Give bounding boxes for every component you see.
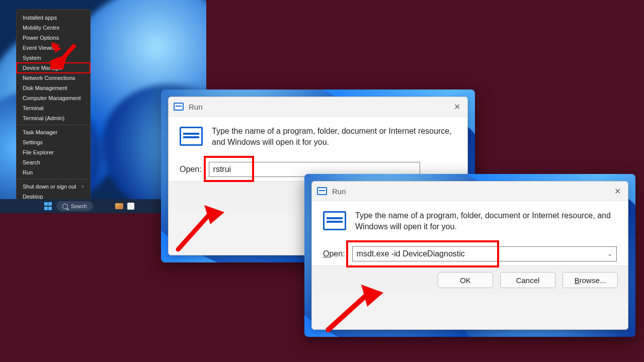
winx-item-network-connections[interactable]: Network Connections [17, 73, 90, 83]
winx-item-label: Mobility Centre [23, 25, 59, 31]
winx-item-mobility-centre[interactable]: Mobility Centre [17, 23, 90, 33]
winx-item-power-options[interactable]: Power Options [17, 33, 90, 43]
taskbar-search-label: Search [71, 204, 87, 209]
winx-item-label: Event Viewer [23, 45, 55, 51]
taskbar-search[interactable]: Search [56, 201, 93, 211]
winx-item-label: Shut down or sign out [23, 184, 76, 190]
winx-item-file-explorer[interactable]: File Explorer [17, 147, 90, 157]
winx-item-label: Disk Management [23, 85, 67, 91]
close-icon[interactable]: ✕ [610, 185, 625, 198]
winx-item-system[interactable]: System [17, 53, 90, 63]
winx-item-settings[interactable]: Settings [17, 137, 90, 147]
taskbar-app-icon-2[interactable] [127, 203, 134, 210]
winx-item-label: Device Manager [23, 65, 63, 71]
start-icon[interactable] [44, 202, 52, 210]
winx-item-label: Run [23, 169, 33, 175]
winx-item-label: Settings [23, 139, 43, 145]
winx-item-event-viewer[interactable]: Event Viewer [17, 43, 90, 53]
winx-context-menu[interactable]: Installed appsMobility CentrePower Optio… [16, 9, 91, 203]
open-label: Open: [180, 165, 202, 174]
run-description: Type the name of a program, folder, docu… [212, 126, 456, 148]
winx-item-computer-management[interactable]: Computer Management [17, 93, 90, 103]
annotation-red-box-msdt [348, 242, 497, 265]
winx-item-terminal[interactable]: Terminal [17, 103, 90, 113]
chevron-right-icon: > [82, 183, 84, 190]
winx-item-label: Power Options [23, 35, 59, 41]
ok-button[interactable]: OK [438, 272, 493, 288]
winx-item-installed-apps[interactable]: Installed apps [17, 13, 90, 23]
winx-item-device-manager[interactable]: Device Manager [17, 63, 90, 73]
winx-item-label: Terminal (Admin) [23, 115, 64, 121]
winx-item-label: Terminal [23, 105, 44, 111]
run-title: Run [332, 187, 346, 196]
winx-item-label: System [23, 55, 41, 61]
cancel-button-label: Cancel [516, 276, 540, 285]
run-dialog-icon [323, 211, 346, 230]
winx-item-terminal-admin-[interactable]: Terminal (Admin) [17, 113, 90, 125]
winx-item-run[interactable]: Run [17, 167, 90, 179]
winx-item-label: Task Manager [23, 129, 57, 135]
browse-button-label: Browse... [575, 276, 606, 285]
winx-item-task-manager[interactable]: Task Manager [17, 127, 90, 137]
winx-item-search[interactable]: Search [17, 157, 90, 167]
annotation-red-box-rstrui [206, 158, 252, 180]
run-dialog-2-wrapper: Run ✕ Type the name of a program, folder… [304, 174, 635, 337]
dropdown-chevron-icon[interactable]: ⌄ [607, 250, 612, 257]
taskbar-app-icon[interactable] [115, 203, 123, 209]
winx-item-label: Search [23, 159, 40, 165]
cancel-button[interactable]: Cancel [500, 272, 555, 288]
winx-item-disk-management[interactable]: Disk Management [17, 83, 90, 93]
run-dialog-2: Run ✕ Type the name of a program, folder… [311, 181, 628, 330]
run-icon [317, 187, 327, 195]
winx-item-label: Installed apps [23, 15, 57, 21]
winx-item-label: File Explorer [23, 149, 54, 155]
search-icon [62, 204, 68, 209]
open-label: Open: [323, 249, 345, 258]
run-icon [174, 103, 184, 111]
run-title: Run [189, 103, 203, 111]
ok-button-label: OK [460, 276, 471, 285]
winx-item-label: Computer Management [23, 95, 81, 101]
run-titlebar: Run ✕ [169, 97, 467, 116]
close-icon[interactable]: ✕ [449, 100, 464, 113]
run-dialog-icon [180, 127, 203, 146]
run-description: Type the name of a program, folder, docu… [355, 210, 617, 232]
winx-item-label: Network Connections [23, 75, 75, 81]
browse-button[interactable]: Browse... [562, 272, 618, 288]
winx-item-shut-down-or-sign-out[interactable]: Shut down or sign out> [17, 182, 90, 192]
